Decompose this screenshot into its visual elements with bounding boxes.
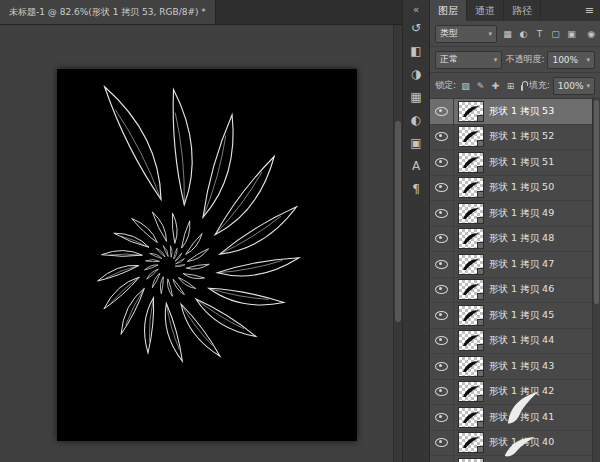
layer-name[interactable]: 形状 1 拷贝 46 [489, 283, 554, 296]
layer-name[interactable]: 形状 1 拷贝 49 [489, 207, 554, 220]
history-panel-icon[interactable]: ↺ [405, 16, 427, 39]
filter-smart-objects-icon[interactable]: ▣ [564, 26, 579, 42]
paragraph-panel-icon[interactable]: ¶ [405, 177, 427, 200]
layer-thumbnail[interactable] [459, 306, 483, 325]
panel-menu-icon[interactable]: ≡ [579, 0, 600, 21]
adjustments-panel-icon[interactable]: ◐ [405, 108, 427, 131]
layer-row[interactable]: 形状 1 拷贝 47 [430, 252, 600, 278]
layer-row[interactable]: 形状 1 拷贝 52 [430, 125, 600, 151]
visibility-toggle[interactable] [430, 150, 454, 175]
layer-thumbnail[interactable] [459, 280, 483, 299]
layers-scrollbar-thumb[interactable] [594, 100, 599, 304]
lock-all-icon[interactable] [521, 85, 523, 91]
lock-transparent-icon[interactable]: ▨ [459, 78, 472, 94]
layer-thumbnail[interactable] [459, 382, 483, 401]
layer-filter-icons: ▦◐T▢▣ [500, 26, 579, 42]
layer-row[interactable]: 形状 1 拷贝 39 [430, 456, 600, 462]
properties-panel-icon[interactable]: ◧ [405, 39, 427, 62]
layer-name[interactable]: 形状 1 拷贝 47 [489, 258, 554, 271]
layer-thumbnail[interactable] [459, 127, 483, 146]
layer-name[interactable]: 形状 1 拷贝 40 [489, 436, 554, 449]
visibility-toggle[interactable] [430, 431, 454, 456]
layer-list: 形状 1 拷贝 53 形状 1 拷贝 52 形状 1 拷贝 51 形状 1 拷贝… [430, 99, 600, 462]
canvas[interactable] [57, 69, 357, 441]
visibility-toggle[interactable] [430, 99, 454, 124]
visibility-toggle[interactable] [430, 380, 454, 405]
document-area: 未标题-1 @ 82.6%(形状 1 拷贝 53, RGB/8#) * [0, 0, 402, 462]
visibility-toggle[interactable] [430, 278, 454, 303]
layer-thumbnail[interactable] [459, 255, 483, 274]
layer-thumbnail[interactable] [459, 433, 483, 452]
visibility-toggle[interactable] [430, 405, 454, 430]
document-tab[interactable]: 未标题-1 @ 82.6%(形状 1 拷贝 53, RGB/8#) * [0, 0, 216, 24]
layer-row[interactable]: 形状 1 拷贝 48 [430, 227, 600, 253]
layer-name[interactable]: 形状 1 拷贝 51 [489, 156, 554, 169]
layer-name[interactable]: 形状 1 拷贝 43 [489, 360, 554, 373]
tab-paths[interactable]: 路径 [504, 0, 541, 21]
layer-filter-toggle[interactable]: ◉ [587, 29, 595, 39]
layer-name[interactable]: 形状 1 拷贝 45 [489, 309, 554, 322]
filter-adjustment-layers-icon[interactable]: ◐ [516, 26, 531, 42]
chevron-down-icon: ▾ [586, 56, 590, 64]
layer-thumbnail[interactable] [459, 229, 483, 248]
visibility-toggle[interactable] [430, 329, 454, 354]
lock-pixels-icon[interactable]: ✎ [474, 78, 487, 94]
visibility-toggle[interactable] [430, 125, 454, 150]
layer-thumbnail[interactable] [459, 153, 483, 172]
layer-row[interactable]: 形状 1 拷贝 41 [430, 405, 600, 431]
layers-scrollbar[interactable] [592, 97, 600, 462]
color-panel-icon[interactable]: ◑ [405, 62, 427, 85]
workspace-scrollbar[interactable] [393, 25, 402, 462]
layer-row[interactable]: 形状 1 拷贝 50 [430, 176, 600, 202]
layer-thumbnail[interactable] [459, 357, 483, 376]
layer-thumbnail[interactable] [459, 408, 483, 427]
chevron-down-icon: ▾ [586, 82, 590, 90]
layer-row[interactable]: 形状 1 拷贝 42 [430, 380, 600, 406]
layer-row[interactable]: 形状 1 拷贝 46 [430, 278, 600, 304]
lock-artboard-icon[interactable]: ⊞ [504, 78, 517, 94]
layer-thumbnail[interactable] [459, 331, 483, 350]
layer-row[interactable]: 形状 1 拷贝 51 [430, 150, 600, 176]
visibility-toggle[interactable] [430, 176, 454, 201]
layer-row[interactable]: 形状 1 拷贝 44 [430, 329, 600, 355]
layer-row[interactable]: 形状 1 拷贝 53 [430, 99, 600, 125]
layer-name[interactable]: 形状 1 拷贝 41 [489, 411, 554, 424]
layer-name[interactable]: 形状 1 拷贝 53 [489, 105, 554, 118]
filter-pixel-layers-icon[interactable]: ▦ [500, 26, 515, 42]
visibility-toggle[interactable] [430, 354, 454, 379]
opacity-label: 不透明度: [505, 53, 544, 66]
layer-thumbnail[interactable] [459, 102, 483, 121]
styles-panel-icon[interactable]: ▣ [405, 131, 427, 154]
visibility-toggle[interactable] [430, 201, 454, 226]
tab-channels[interactable]: 通道 [467, 0, 504, 21]
collapse-panels-icon[interactable]: « [413, 3, 419, 16]
character-panel-icon[interactable]: A [405, 154, 427, 177]
visibility-toggle[interactable] [430, 252, 454, 277]
layer-thumbnail[interactable] [459, 204, 483, 223]
swatches-panel-icon[interactable]: ▦ [405, 85, 427, 108]
layer-row[interactable]: 形状 1 拷贝 49 [430, 201, 600, 227]
opacity-field[interactable]: 100% ▾ [547, 51, 595, 69]
layer-name[interactable]: 形状 1 拷贝 48 [489, 232, 554, 245]
layer-name[interactable]: 形状 1 拷贝 44 [489, 334, 554, 347]
blend-mode-dropdown[interactable]: 正常 ▾ [435, 51, 502, 69]
fill-value: 100% [558, 81, 584, 91]
filter-type-layers-icon[interactable]: T [532, 26, 547, 42]
layer-name[interactable]: 形状 1 拷贝 42 [489, 385, 554, 398]
visibility-toggle[interactable] [430, 227, 454, 252]
workspace-scrollbar-thumb[interactable] [395, 121, 401, 322]
lock-position-icon[interactable]: ✚ [489, 78, 502, 94]
filter-shape-layers-icon[interactable]: ▢ [548, 26, 563, 42]
layer-name[interactable]: 形状 1 拷贝 52 [489, 130, 554, 143]
layer-row[interactable]: 形状 1 拷贝 43 [430, 354, 600, 380]
fill-field[interactable]: 100% ▾ [553, 77, 595, 95]
tab-layers[interactable]: 图层 [430, 0, 467, 21]
shape-layer-badge [477, 140, 484, 147]
layer-filter-kind-dropdown[interactable]: 类型 ▾ [435, 25, 497, 43]
visibility-toggle[interactable] [430, 303, 454, 328]
layer-name[interactable]: 形状 1 拷贝 50 [489, 181, 554, 194]
layer-row[interactable]: 形状 1 拷贝 45 [430, 303, 600, 329]
layer-row[interactable]: 形状 1 拷贝 40 [430, 431, 600, 457]
visibility-toggle[interactable] [430, 456, 454, 462]
layer-thumbnail[interactable] [459, 178, 483, 197]
